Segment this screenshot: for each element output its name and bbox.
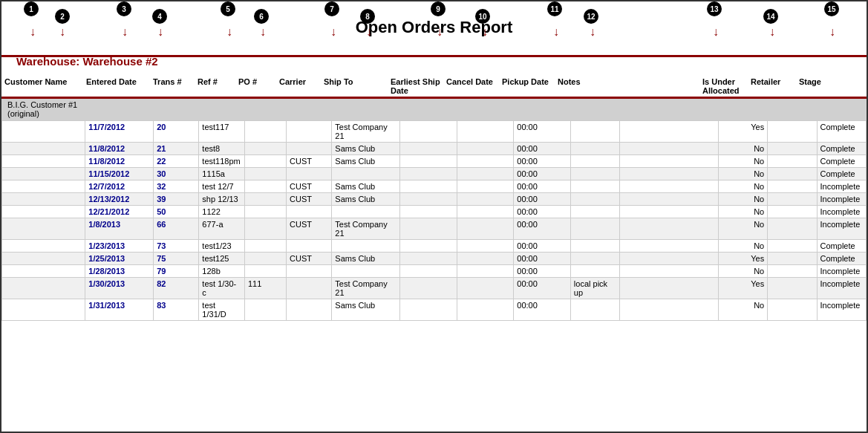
table-cell: [287, 168, 332, 180]
table-cell: [244, 218, 286, 240]
bubble-9: 9: [431, 1, 446, 16]
arrow-2: ↓: [59, 25, 65, 39]
table-cell: 32: [154, 180, 199, 193]
table-cell: [400, 265, 457, 278]
table-cell: CUST: [287, 218, 332, 240]
table-cell: No: [718, 206, 767, 218]
arrow-11: ↓: [553, 25, 559, 39]
table-cell: Sams Club: [332, 193, 400, 206]
table-cell: [2, 180, 85, 193]
table-cell: 111: [244, 278, 286, 299]
table-cell: Complete: [817, 121, 866, 143]
table-cell: test118pm: [199, 155, 245, 168]
table-cell: test 12/7: [199, 180, 245, 193]
table-cell: [768, 193, 817, 206]
table-cell: [244, 240, 286, 253]
table-cell: 12/7/2012: [85, 180, 154, 193]
col-header-ship-to: Ship To: [321, 76, 388, 96]
table-cell: [2, 240, 85, 253]
table-cell: 00:00: [514, 155, 571, 168]
bubble-15: 15: [824, 1, 839, 16]
arrow-14: ↓: [769, 25, 775, 39]
table-row: 1/23/201373test1/2300:00NoComplete: [2, 240, 867, 253]
col-header-under-alloc: Is UnderAllocated: [699, 76, 748, 96]
table-cell: [570, 299, 619, 321]
table-cell: [768, 143, 817, 155]
table-cell: [244, 206, 286, 218]
table-cell: test8: [199, 143, 245, 155]
table-cell: 00:00: [514, 193, 571, 206]
bubble-5: 5: [221, 1, 235, 16]
table-cell: [620, 218, 719, 240]
table-cell: 30: [154, 168, 199, 180]
table-cell: 12/13/2012: [85, 193, 154, 206]
page-wrapper: 1 2 3 4 5 6 7 8 9 10 11 12 13 1: [0, 0, 868, 433]
table-cell: CUST: [287, 180, 332, 193]
table-cell: [768, 218, 817, 240]
table-cell: [620, 253, 719, 265]
table-cell: [244, 121, 286, 143]
table-cell: Complete: [817, 240, 866, 253]
table-cell: [287, 278, 332, 299]
col-header-carrier: Carrier: [276, 76, 321, 96]
table-cell: [620, 168, 719, 180]
table-cell: [457, 155, 514, 168]
table-cell: No: [718, 193, 767, 206]
table-cell: local pick up: [570, 278, 619, 299]
table-cell: 50: [154, 206, 199, 218]
table-cell: [620, 299, 719, 321]
table-cell: 00:00: [514, 265, 571, 278]
arrows-row: ↓ ↓ ↓ ↓ ↓ ↓ ↓ ↓ ↓ ↓ ↓ ↓ ↓ ↓: [1, 24, 867, 57]
table-cell: 128b: [199, 265, 245, 278]
table-cell: [620, 240, 719, 253]
data-section: B.I.G. Customer #1(original): [1, 98, 867, 321]
table-cell: [768, 121, 817, 143]
table-cell: [620, 193, 719, 206]
table-cell: test 1/31/D: [199, 299, 245, 321]
table-cell: [620, 180, 719, 193]
table-cell: test 1/30- c: [199, 278, 245, 299]
table-cell: [457, 180, 514, 193]
table-cell: test1/23: [199, 240, 245, 253]
table-cell: [400, 155, 457, 168]
table-cell: [457, 218, 514, 240]
table-cell: [400, 253, 457, 265]
warehouse-label: Warehouse: Warehouse #2: [1, 55, 867, 68]
arrow-15: ↓: [829, 25, 835, 39]
column-headers: Customer Name Entered Date Trans # Ref #…: [1, 76, 867, 99]
table-cell: test125: [199, 253, 245, 265]
table-cell: [620, 155, 719, 168]
table-cell: [2, 155, 85, 168]
table-cell: 20: [154, 121, 199, 143]
table-cell: 82: [154, 278, 199, 299]
table-cell: 00:00: [514, 278, 571, 299]
table-cell: 21: [154, 143, 199, 155]
table-cell: test117: [199, 121, 245, 143]
table-cell: [570, 121, 619, 143]
table-cell: [400, 193, 457, 206]
table-cell: [768, 253, 817, 265]
table-row: 1/8/201366677-aCUSTTest Company 2100:00N…: [2, 218, 867, 240]
table-cell: [400, 218, 457, 240]
table-cell: [2, 218, 85, 240]
table-cell: Incomplete: [817, 193, 866, 206]
bubble-11: 11: [547, 1, 562, 16]
table-cell: 00:00: [514, 121, 571, 143]
table-cell: [400, 206, 457, 218]
table-cell: Sams Club: [332, 253, 400, 265]
table-cell: 1/30/2013: [85, 278, 154, 299]
bubble-7: 7: [324, 1, 339, 16]
table-row: 1/25/201375test125CUSTSams Club00:00YesC…: [2, 253, 867, 265]
table-cell: No: [718, 218, 767, 240]
table-cell: 1115a: [199, 168, 245, 180]
table-cell: [2, 168, 85, 180]
table-cell: Yes: [718, 121, 767, 143]
table-cell: [2, 265, 85, 278]
table-cell: [244, 299, 286, 321]
table-cell: Complete: [817, 253, 866, 265]
table-cell: [2, 143, 85, 155]
table-cell: [570, 206, 619, 218]
table-cell: [457, 206, 514, 218]
table-cell: Sams Club: [332, 299, 400, 321]
table-cell: 75: [154, 253, 199, 265]
